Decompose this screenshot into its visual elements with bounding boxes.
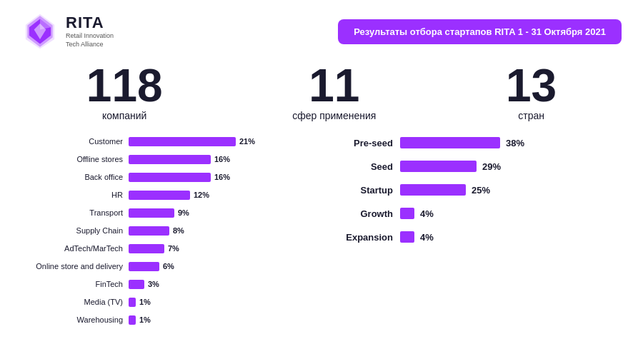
bar-track: 12% xyxy=(129,191,307,200)
stat-label-countries: стран xyxy=(518,110,544,121)
header-badge: Результаты отбора стартапов RITA 1 - 31 … xyxy=(338,19,622,44)
right-bar-fill xyxy=(400,137,500,148)
bar-fill xyxy=(129,262,159,271)
stat-label-companies: компаний xyxy=(102,110,146,121)
bar-fill xyxy=(129,244,164,253)
right-bar-pct: 38% xyxy=(506,138,524,148)
bar-pct: 21% xyxy=(239,137,255,146)
left-bar-row: Transport9% xyxy=(21,206,307,220)
right-bar-track: 38% xyxy=(400,137,622,148)
right-bar-pct: 4% xyxy=(420,232,434,243)
right-bar-row: Seed29% xyxy=(336,158,622,175)
stat-number-companies: 118 xyxy=(86,63,163,108)
stat-label-spheres: сфер применения xyxy=(292,110,376,121)
bar-fill xyxy=(129,137,236,146)
right-bar-row: Expansion4% xyxy=(336,228,622,246)
bar-label: Media (TV) xyxy=(21,298,129,306)
bar-label: AdTech/MarTech xyxy=(21,244,129,253)
left-bar-row: Warehousing1% xyxy=(21,313,307,327)
bar-fill xyxy=(129,155,211,164)
bar-track: 16% xyxy=(129,173,307,182)
bar-label: Supply Chain xyxy=(21,226,129,235)
left-bar-row: FinTech3% xyxy=(21,277,307,291)
bar-fill xyxy=(129,298,136,307)
bar-pct: 12% xyxy=(194,191,209,199)
stat-spheres: 11 сфер применения xyxy=(292,63,376,121)
bar-track: 1% xyxy=(129,315,307,325)
bar-label: FinTech xyxy=(21,280,129,288)
left-chart: Customer21%Offline stores16%Back office1… xyxy=(21,134,307,330)
logo-text: RITA Retail InnovationTech Alliance xyxy=(66,14,114,49)
bar-track: 7% xyxy=(129,244,307,253)
right-bar-row: Growth4% xyxy=(336,205,622,222)
bar-label: Back office xyxy=(21,173,129,181)
stat-number-spheres: 11 xyxy=(309,63,359,108)
right-bar-fill xyxy=(400,231,414,243)
left-bar-row: Online store and delivery6% xyxy=(21,259,307,273)
bar-fill xyxy=(129,208,174,218)
logo-rita-text: RITA xyxy=(66,14,114,32)
bar-pct: 6% xyxy=(163,262,174,271)
bar-pct: 9% xyxy=(178,208,189,217)
right-bar-fill xyxy=(400,208,414,219)
left-bar-row: Supply Chain8% xyxy=(21,223,307,238)
bar-label: Online store and delivery xyxy=(21,262,129,271)
right-bar-fill xyxy=(400,184,466,196)
bar-track: 8% xyxy=(129,226,307,236)
bar-fill xyxy=(129,173,211,182)
logo-area: RITA Retail InnovationTech Alliance xyxy=(21,13,114,50)
bar-pct: 1% xyxy=(139,298,151,306)
left-bar-row: Offline stores16% xyxy=(21,152,307,166)
bar-label: Warehousing xyxy=(21,315,129,324)
right-bar-pct: 25% xyxy=(472,185,490,196)
right-bar-row: Startup25% xyxy=(336,181,622,198)
stats-row: 118 компаний 11 сфер применения 13 стран xyxy=(21,63,622,121)
right-bar-pct: 4% xyxy=(420,208,434,219)
bar-track: 3% xyxy=(129,280,307,289)
right-bar-track: 4% xyxy=(400,208,622,219)
right-bar-label: Expansion xyxy=(336,232,400,243)
bar-label: Offline stores xyxy=(21,155,129,163)
bar-label: Transport xyxy=(21,208,129,217)
right-bar-label: Startup xyxy=(336,185,400,196)
left-bar-row: HR12% xyxy=(21,188,307,202)
right-bar-track: 4% xyxy=(400,231,622,243)
bar-pct: 16% xyxy=(214,173,230,181)
bar-pct: 3% xyxy=(148,280,159,288)
right-bar-label: Pre-seed xyxy=(336,138,400,148)
logo-subtitle: Retail InnovationTech Alliance xyxy=(66,32,114,49)
bar-track: 9% xyxy=(129,208,307,218)
right-bar-pct: 29% xyxy=(482,161,501,172)
right-bar-label: Seed xyxy=(336,161,400,172)
bar-label: Customer xyxy=(21,137,129,146)
right-bar-fill xyxy=(400,161,477,172)
bar-fill xyxy=(129,280,144,289)
right-bar-row: Pre-seed38% xyxy=(336,134,622,151)
bar-fill xyxy=(129,226,169,236)
bar-label: HR xyxy=(21,191,129,199)
stat-countries: 13 стран xyxy=(506,63,557,121)
left-bar-row: AdTech/MarTech7% xyxy=(21,241,307,256)
right-bar-track: 29% xyxy=(400,161,622,172)
bar-track: 16% xyxy=(129,155,307,164)
page-container: RITA Retail InnovationTech Alliance Резу… xyxy=(0,0,643,364)
bar-fill xyxy=(129,315,136,325)
bar-pct: 7% xyxy=(168,244,179,253)
bar-pct: 16% xyxy=(214,155,230,163)
logo-icon xyxy=(21,13,59,50)
right-chart: Pre-seed38%Seed29%Startup25%Growth4%Expa… xyxy=(314,134,622,330)
charts-area: Customer21%Offline stores16%Back office1… xyxy=(21,134,622,330)
left-bar-row: Media (TV)1% xyxy=(21,295,307,309)
right-bar-track: 25% xyxy=(400,184,622,196)
stat-number-countries: 13 xyxy=(506,63,557,108)
left-bar-row: Customer21% xyxy=(21,134,307,148)
right-bar-label: Growth xyxy=(336,208,400,219)
bar-fill xyxy=(129,191,190,200)
bar-track: 21% xyxy=(129,137,307,146)
header: RITA Retail InnovationTech Alliance Резу… xyxy=(21,13,622,50)
stat-companies: 118 компаний xyxy=(86,63,163,121)
left-bar-row: Back office16% xyxy=(21,170,307,184)
bar-track: 6% xyxy=(129,262,307,271)
bar-pct: 8% xyxy=(173,226,184,235)
bar-pct: 1% xyxy=(139,315,151,324)
